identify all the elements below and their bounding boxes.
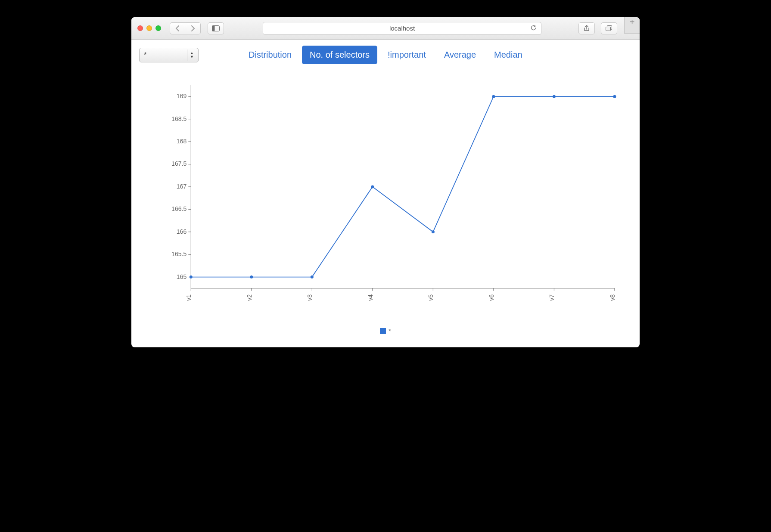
svg-text:169: 169	[177, 93, 187, 99]
forward-button[interactable]	[185, 22, 201, 34]
chart-area: 165165.5166166.5167167.5168168.5169v1v2v…	[156, 73, 623, 322]
new-tab-button[interactable]: +	[624, 17, 640, 34]
reload-icon	[530, 25, 537, 31]
svg-text:165.5: 165.5	[171, 251, 187, 257]
back-button[interactable]	[170, 22, 185, 34]
svg-text:v5: v5	[427, 294, 434, 301]
legend-swatch	[380, 328, 386, 334]
svg-text:168: 168	[177, 138, 187, 145]
share-icon	[584, 25, 590, 32]
window-controls	[137, 25, 161, 31]
svg-point-41	[250, 275, 253, 278]
svg-point-47	[613, 95, 616, 98]
metric-tabs: DistributionNo. of selectors!importantAv…	[241, 46, 530, 64]
page-content: * ▲▼ DistributionNo. of selectors!import…	[131, 40, 640, 347]
chart-legend: *	[139, 328, 632, 334]
dropdown-arrows-icon: ▲▼	[187, 49, 196, 61]
zoom-window-button[interactable]	[155, 25, 161, 31]
sidebar-icon	[212, 25, 220, 31]
svg-rect-1	[212, 25, 215, 31]
svg-text:v7: v7	[548, 294, 555, 301]
tab-no-of-selectors[interactable]: No. of selectors	[302, 46, 377, 64]
svg-point-42	[311, 275, 314, 278]
svg-text:v8: v8	[609, 294, 616, 301]
nav-buttons	[170, 22, 201, 34]
line-chart: 165165.5166166.5167167.5168168.5169v1v2v…	[156, 73, 623, 322]
tab-important[interactable]: !important	[380, 46, 434, 64]
tab-median[interactable]: Median	[486, 46, 530, 64]
titlebar: localhost +	[131, 17, 640, 40]
controls-row: * ▲▼ DistributionNo. of selectors!import…	[139, 46, 632, 64]
svg-text:166: 166	[177, 228, 187, 235]
chevron-left-icon	[175, 25, 180, 31]
svg-text:v6: v6	[488, 294, 495, 301]
svg-text:166.5: 166.5	[171, 205, 187, 212]
url-text: localhost	[389, 25, 415, 32]
svg-text:167.5: 167.5	[171, 161, 187, 167]
tabs-icon	[606, 25, 612, 31]
svg-text:v1: v1	[185, 294, 192, 301]
minimize-window-button[interactable]	[146, 25, 152, 31]
svg-text:168.5: 168.5	[171, 115, 187, 122]
svg-text:165: 165	[177, 273, 187, 280]
tab-average[interactable]: Average	[436, 46, 484, 64]
share-button[interactable]	[578, 22, 595, 34]
svg-text:167: 167	[177, 183, 187, 190]
svg-point-43	[371, 185, 374, 188]
svg-point-40	[190, 275, 193, 278]
sidebar-toggle-button[interactable]	[208, 22, 224, 34]
svg-point-46	[553, 95, 556, 98]
svg-rect-3	[606, 27, 611, 31]
chevron-right-icon	[191, 25, 195, 31]
svg-text:v2: v2	[246, 294, 253, 301]
right-toolbar	[576, 22, 617, 34]
browser-window: localhost +	[131, 17, 640, 347]
svg-text:v3: v3	[306, 294, 313, 301]
address-bar[interactable]: localhost	[263, 22, 541, 35]
close-window-button[interactable]	[137, 25, 143, 31]
selector-dropdown[interactable]: * ▲▼	[139, 48, 199, 62]
legend-label: *	[389, 328, 391, 334]
tabs-button[interactable]	[601, 22, 617, 34]
svg-text:v4: v4	[367, 294, 374, 301]
plus-icon: +	[630, 17, 635, 27]
svg-point-45	[492, 95, 495, 98]
reload-button[interactable]	[530, 25, 537, 32]
svg-point-44	[432, 230, 435, 233]
selector-value: *	[144, 51, 146, 59]
tab-distribution[interactable]: Distribution	[241, 46, 299, 64]
